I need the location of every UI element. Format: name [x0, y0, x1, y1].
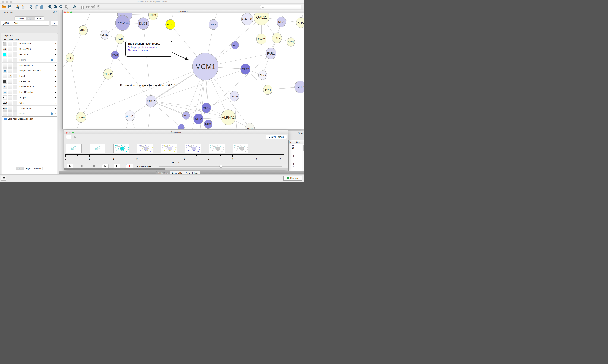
- float-panel-icon[interactable]: ❐: [53, 11, 55, 13]
- network-node-pdc5[interactable]: PDC5: [111, 51, 119, 59]
- minimize-window-icon[interactable]: [6, 1, 8, 3]
- property-row[interactable]: Fill Color◀: [2, 52, 57, 57]
- network-node-gal2[interactable]: GAL2: [257, 34, 266, 44]
- expand-row-icon[interactable]: ◀: [55, 91, 56, 93]
- network-node-ste4[interactable]: STE4: [277, 17, 286, 27]
- stop-button[interactable]: [91, 164, 97, 169]
- hide-selection-icon[interactable]: [90, 4, 96, 10]
- export-table-icon[interactable]: [34, 4, 39, 10]
- annotation-link-2[interactable]: Pheromone response: [128, 49, 170, 52]
- cyanimator-titlebar[interactable]: CyAnimator: [64, 130, 288, 134]
- search-field[interactable]: [260, 5, 302, 9]
- network-node-tup1[interactable]: TUP1: [245, 123, 255, 129]
- property-row[interactable]: 255Transparency◀: [2, 106, 57, 111]
- import-network-icon[interactable]: [15, 4, 20, 10]
- expand-row-icon[interactable]: ◀: [55, 102, 56, 104]
- record-button[interactable]: [126, 164, 133, 169]
- slider-thumb[interactable]: [220, 165, 222, 168]
- save-session-icon[interactable]: [7, 4, 12, 10]
- network-node-ste2[interactable]: STE2: [194, 114, 203, 124]
- export-network-icon[interactable]: [28, 4, 34, 10]
- cyanimator-scrollbar[interactable]: [64, 169, 288, 170]
- search-input[interactable]: [265, 6, 300, 8]
- tab-edge-style[interactable]: Edge: [24, 167, 32, 170]
- clear-all-frames-button[interactable]: Clear All Frames: [265, 135, 287, 139]
- network-canvas[interactable]: DCP1RPS28ADMC1PCK1SWI5GAL80GAL11STE4HAP2…: [63, 13, 304, 129]
- tab-network[interactable]: Network: [14, 17, 26, 20]
- tab-select[interactable]: Select: [35, 17, 44, 20]
- tab-style[interactable]: Style: [26, 17, 35, 20]
- expand-row-icon[interactable]: ◀: [55, 70, 56, 71]
- network-node-ste12[interactable]: STE12: [146, 95, 156, 107]
- network-node-cln3[interactable]: CLN3: [258, 71, 267, 80]
- network-node-lsm4[interactable]: LSM4: [115, 34, 124, 44]
- copy-style-icon[interactable]: [80, 4, 85, 10]
- network-node-alpha2[interactable]: ALPHA2: [221, 110, 235, 125]
- minimize-cyanimator-icon[interactable]: [69, 132, 71, 134]
- frame-thumbnail-7[interactable]: [233, 144, 249, 153]
- zoom-selected-icon[interactable]: [64, 4, 69, 10]
- mcm1-annotation[interactable]: Transcription factor MCM1 Cell-type-spec…: [125, 41, 172, 57]
- zoom-out-icon[interactable]: [53, 4, 58, 10]
- close-table-icon[interactable]: ✕: [301, 132, 303, 134]
- property-row[interactable]: Widthi◀: [2, 111, 57, 116]
- network-node-bar1[interactable]: BAR1: [204, 120, 212, 129]
- network-node-pis1[interactable]: PIS1: [232, 41, 239, 49]
- network-node-gal7[interactable]: GAL7: [272, 33, 282, 43]
- expand-row-icon[interactable]: ◀: [55, 86, 56, 88]
- close-cyanimator-icon[interactable]: [66, 132, 68, 134]
- property-row[interactable]: ▦Label Position◀: [2, 90, 57, 95]
- property-row[interactable]: Label Color◀: [2, 79, 57, 84]
- network-node-slt2[interactable]: SLT2: [295, 81, 304, 93]
- style-options-button[interactable]: ▼: [51, 21, 58, 26]
- close-window-icon[interactable]: [2, 1, 4, 3]
- expand-row-icon[interactable]: ◀: [55, 75, 56, 77]
- network-node-mfa2[interactable]: MFA2: [240, 64, 250, 75]
- network-node-cdc42[interactable]: CDC42: [230, 91, 239, 101]
- frame-thumbnail-3[interactable]: [137, 144, 153, 153]
- pause-button[interactable]: [79, 164, 85, 169]
- network-node-dcp1[interactable]: DCP1: [148, 13, 158, 20]
- tab-network-table[interactable]: Network Table: [184, 171, 200, 175]
- property-row[interactable]: Image/Chart 1◀: [2, 63, 57, 68]
- network-node-ynl047c[interactable]: YNL047C: [76, 112, 86, 123]
- network-node-swi5[interactable]: SWI5: [209, 19, 218, 30]
- frame-thumbnail-1[interactable]: [90, 144, 105, 153]
- frame-timeline[interactable]: 0123456789 Seconds: [64, 140, 288, 164]
- property-row[interactable]: Heighti◀: [2, 57, 57, 63]
- tab-edge-table[interactable]: Edge Table: [170, 171, 184, 175]
- network-node-cdc28[interactable]: CDC28: [125, 111, 135, 121]
- frame-thumbnail-2[interactable]: [113, 144, 129, 153]
- window-controls[interactable]: [2, 1, 12, 4]
- network-node-swi4[interactable]: SWI4: [263, 85, 272, 95]
- collapse-expand-icons[interactable]: ⌄⌄ ⌃⌃: [47, 34, 56, 37]
- expand-row-icon[interactable]: ◀: [55, 107, 56, 109]
- import-table-icon[interactable]: [20, 4, 26, 10]
- network-node-gcy1[interactable]: GCY1: [287, 38, 295, 47]
- expand-row-icon[interactable]: ◀: [55, 81, 56, 82]
- skip-end-button[interactable]: [114, 164, 121, 169]
- expand-row-icon[interactable]: ◀: [55, 54, 56, 55]
- network-node-yil105c[interactable]: YIL105C: [103, 69, 113, 79]
- network-node-gal11[interactable]: GAL11: [254, 13, 269, 25]
- network-node-mfa1[interactable]: MFA1: [202, 103, 211, 113]
- zoom-fit-icon[interactable]: [58, 4, 64, 10]
- network-node-dmc1[interactable]: DMC1: [138, 18, 149, 30]
- style-selector[interactable]: galFiltered Style ▼: [1, 21, 49, 26]
- info-icon[interactable]: i: [51, 112, 53, 115]
- frame-thumbnail-6[interactable]: [209, 144, 225, 153]
- network-node-lsm2[interactable]: LSM2: [100, 30, 109, 39]
- expand-row-icon[interactable]: ◀: [55, 65, 56, 66]
- network-node-bot[interactable]: [178, 124, 184, 129]
- network-node-snf3[interactable]: SNF3: [66, 53, 74, 62]
- properties-header[interactable]: Properties ▾: [3, 34, 14, 37]
- property-row[interactable]: 12Label Font Size◀: [2, 84, 57, 90]
- add-frame-button[interactable]: [66, 135, 71, 139]
- network-node-gic2[interactable]: GIC2: [182, 111, 190, 119]
- table-scrollbar[interactable]: [302, 144, 304, 174]
- network-window-titlebar[interactable]: galFiltered.sif: [63, 10, 304, 13]
- export-image-icon[interactable]: [39, 4, 45, 10]
- zoom-window-icon[interactable]: [10, 1, 12, 3]
- network-node-hap2[interactable]: HAP2: [296, 17, 304, 28]
- animation-speed-slider[interactable]: [159, 166, 282, 167]
